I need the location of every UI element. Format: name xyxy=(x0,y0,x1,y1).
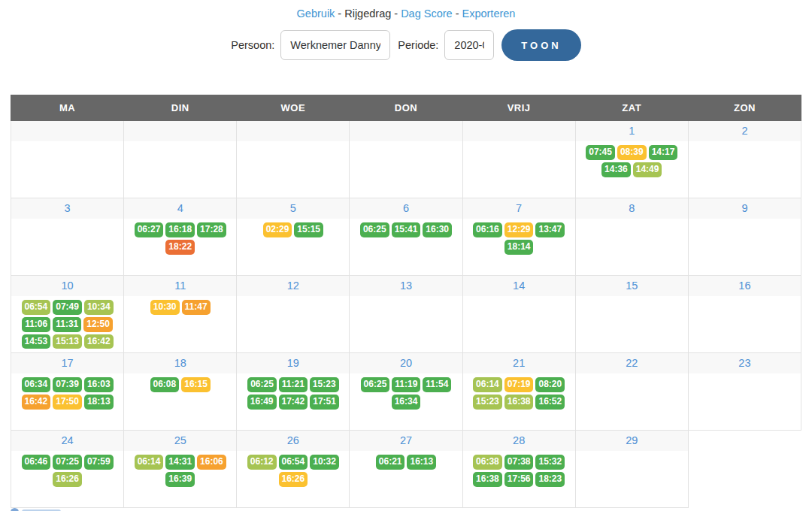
day-cell xyxy=(350,121,462,198)
day-cell: 107:4508:3914:1714:3614:49 xyxy=(575,121,688,198)
time-badge-green: 16:18 xyxy=(165,222,195,237)
time-badge-deep_orange: 18:22 xyxy=(165,240,195,255)
time-badges: 06:2716:1817:2818:22 xyxy=(124,219,236,255)
day-number-28[interactable]: 28 xyxy=(463,431,575,451)
time-badge-green: 07:45 xyxy=(586,145,615,160)
time-badge-green: 16:30 xyxy=(423,222,452,237)
time-badge-green: 06:21 xyxy=(376,455,405,470)
time-badge-olive: 16:26 xyxy=(53,472,82,487)
day-number-10[interactable]: 10 xyxy=(11,276,123,296)
time-badge-green: 16:39 xyxy=(165,472,195,487)
time-badge-green: 15:32 xyxy=(535,455,565,470)
day-cell: 706:1612:2913:4718:14 xyxy=(462,198,575,276)
day-cell: 2406:4607:2507:5916:26 xyxy=(11,431,124,508)
time-badge-green: 16:13 xyxy=(407,455,436,470)
time-badge-green: 13:47 xyxy=(535,222,565,237)
time-badge-yellow: 07:19 xyxy=(504,377,534,392)
day-number-19[interactable]: 19 xyxy=(237,353,349,373)
day-number-18[interactable]: 18 xyxy=(124,353,236,373)
day-cell: 2006:2511:1911:5416:34 xyxy=(350,353,462,431)
day-cell xyxy=(688,431,801,508)
time-badge-olive: 06:14 xyxy=(473,377,502,392)
day-number-6[interactable]: 6 xyxy=(350,198,462,219)
day-number-27[interactable]: 27 xyxy=(350,431,462,451)
day-number-24[interactable]: 24 xyxy=(11,431,123,451)
day-number-29[interactable]: 29 xyxy=(576,431,688,451)
day-cell: 2706:2116:13 xyxy=(350,431,462,508)
time-badges: 06:3407:3916:0316:4217:5018:13 xyxy=(11,373,123,410)
persoon-input[interactable] xyxy=(280,30,390,60)
nav-separator: - xyxy=(338,8,341,20)
nav-link-exporteren[interactable]: Exporteren xyxy=(462,8,515,20)
day-cell: 8 xyxy=(575,198,688,276)
day-cell: 1906:2511:2115:2316:4917:4217:51 xyxy=(237,353,350,431)
time-badge-green: 14:17 xyxy=(649,145,678,160)
day-number-4[interactable]: 4 xyxy=(124,198,236,219)
time-badge-olive: 06:54 xyxy=(22,300,51,315)
time-badge-green: 15:23 xyxy=(310,377,339,392)
time-badge-yellow: 12:29 xyxy=(504,222,534,237)
day-number-14[interactable]: 14 xyxy=(463,276,575,296)
persoon-label: Persoon: xyxy=(231,39,274,51)
day-number-22[interactable]: 22 xyxy=(576,353,688,373)
day-number-26[interactable]: 26 xyxy=(237,431,349,451)
day-cell: 12 xyxy=(237,276,350,353)
day-number-25[interactable]: 25 xyxy=(124,431,236,451)
day-number-13[interactable]: 13 xyxy=(350,276,462,296)
calendar-table: MADINWOEDONVRIJZATZON 107:4508:3914:1714… xyxy=(11,95,801,508)
day-number-9[interactable]: 9 xyxy=(689,198,801,219)
time-badge-green: 16:52 xyxy=(535,395,565,410)
day-number-16[interactable]: 16 xyxy=(689,276,801,296)
time-badge-green: 16:03 xyxy=(84,377,114,392)
time-badge-yellow: 10:30 xyxy=(150,300,180,315)
time-badges: 06:4607:2507:5916:26 xyxy=(11,451,123,487)
day-number-23[interactable]: 23 xyxy=(689,353,801,373)
day-cell: 1706:3407:3916:0316:4217:5018:13 xyxy=(11,353,124,431)
day-number-11[interactable]: 11 xyxy=(124,276,236,296)
time-badge-green: 07:59 xyxy=(84,455,114,470)
time-badges: 06:1414:3116:0616:39 xyxy=(124,451,236,487)
nav-link-gebruik[interactable]: Gebruik xyxy=(297,8,335,20)
day-number-5[interactable]: 5 xyxy=(237,198,349,219)
time-badge-green: 18:23 xyxy=(535,472,565,487)
week-row: 1706:3407:3916:0316:4217:5018:131806:081… xyxy=(11,353,801,431)
day-number-2[interactable]: 2 xyxy=(689,121,801,141)
day-cell xyxy=(462,121,575,198)
time-badge-green: 06:25 xyxy=(361,377,390,392)
time-badge-green: 06:25 xyxy=(247,377,277,392)
time-badges: 06:2515:4116:30 xyxy=(350,219,462,237)
nav-separator: - xyxy=(456,8,459,20)
day-number-empty xyxy=(237,121,349,141)
nav-link-rijgedrag[interactable]: Rijgedrag xyxy=(344,8,391,20)
nav-link-dag-score[interactable]: Dag Score xyxy=(401,8,453,20)
time-badge-green: 06:34 xyxy=(22,377,51,392)
periode-input[interactable] xyxy=(444,30,494,60)
time-badge-olive: 06:38 xyxy=(473,455,502,470)
day-cell: 1110:3011:47 xyxy=(124,276,237,353)
day-number-7[interactable]: 7 xyxy=(463,198,575,219)
day-number-15[interactable]: 15 xyxy=(576,276,688,296)
time-badge-green: 15:15 xyxy=(294,222,323,237)
time-badge-green: 11:21 xyxy=(279,377,308,392)
day-number-3[interactable]: 3 xyxy=(11,198,123,219)
time-badge-green: 14:53 xyxy=(22,334,51,349)
day-number-1[interactable]: 1 xyxy=(576,121,688,141)
time-badge-orange: 16:06 xyxy=(197,455,226,470)
time-badge-green: 06:46 xyxy=(22,455,51,470)
time-badges: 10:3011:47 xyxy=(124,296,236,315)
day-number-20[interactable]: 20 xyxy=(350,353,462,373)
cutoff-icon xyxy=(11,508,19,511)
day-number-21[interactable]: 21 xyxy=(463,353,575,373)
day-cell: 2806:3807:3815:3216:3817:5618:23 xyxy=(462,431,575,508)
weekday-header-woe: WOE xyxy=(237,95,350,121)
time-badge-green: 08:20 xyxy=(535,377,565,392)
day-number-12[interactable]: 12 xyxy=(237,276,349,296)
toon-button[interactable]: TOON xyxy=(501,29,580,61)
day-number-8[interactable]: 8 xyxy=(576,198,688,219)
weekday-header-din: DIN xyxy=(124,95,237,121)
time-badges: 06:1407:1908:2015:2316:3816:52 xyxy=(463,373,575,410)
time-badge-yellow: 08:39 xyxy=(617,145,647,160)
day-number-empty xyxy=(124,121,236,141)
day-cell: 1006:5407:4910:3411:0611:3112:5014:5315:… xyxy=(11,276,124,353)
day-number-17[interactable]: 17 xyxy=(11,353,123,373)
